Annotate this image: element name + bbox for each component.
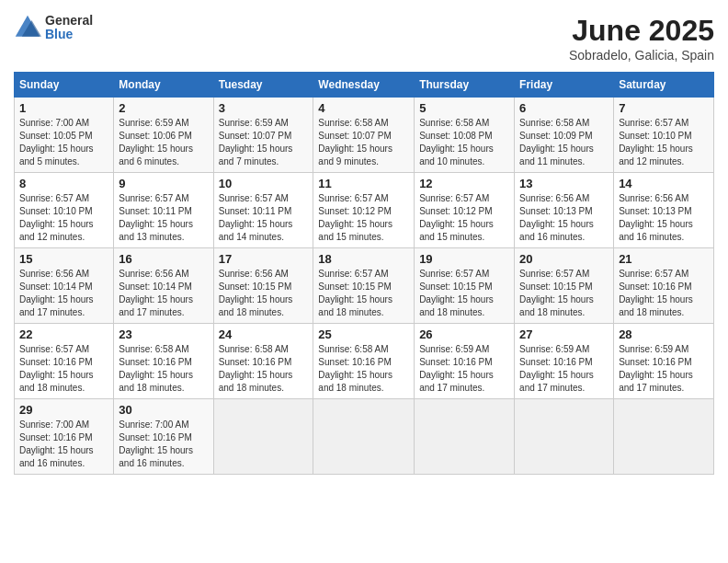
calendar-cell: 6Sunrise: 6:58 AMSunset: 10:09 PMDayligh… [515, 98, 614, 173]
calendar-table: SundayMondayTuesdayWednesdayThursdayFrid… [14, 72, 714, 475]
calendar-cell: 21Sunrise: 6:57 AMSunset: 10:16 PMDaylig… [614, 248, 714, 324]
day-info: Sunrise: 6:56 AMSunset: 10:15 PMDaylight… [219, 268, 309, 319]
calendar-cell: 1Sunrise: 7:00 AMSunset: 10:05 PMDayligh… [15, 98, 114, 173]
calendar-cell: 19Sunrise: 6:57 AMSunset: 10:15 PMDaylig… [415, 248, 515, 324]
day-info: Sunrise: 6:57 AMSunset: 10:11 PMDaylight… [219, 192, 309, 244]
day-info: Sunrise: 6:59 AMSunset: 10:16 PMDaylight… [519, 343, 609, 395]
calendar-cell: 27Sunrise: 6:59 AMSunset: 10:16 PMDaylig… [515, 324, 614, 399]
calendar-cell: 14Sunrise: 6:56 AMSunset: 10:13 PMDaylig… [614, 173, 714, 248]
day-info: Sunrise: 6:58 AMSunset: 10:07 PMDaylight… [318, 117, 409, 168]
calendar-cell: 28Sunrise: 6:59 AMSunset: 10:16 PMDaylig… [614, 324, 714, 399]
day-number: 4 [318, 101, 409, 115]
day-number: 1 [19, 101, 108, 115]
day-info: Sunrise: 6:57 AMSunset: 10:15 PMDaylight… [318, 268, 409, 319]
calendar-cell: 17Sunrise: 6:56 AMSunset: 10:15 PMDaylig… [213, 248, 313, 324]
day-info: Sunrise: 6:57 AMSunset: 10:16 PMDaylight… [619, 268, 709, 319]
location: Sobradelo, Galicia, Spain [569, 48, 714, 63]
day-info: Sunrise: 6:57 AMSunset: 10:10 PMDaylight… [19, 192, 108, 244]
calendar-cell: 8Sunrise: 6:57 AMSunset: 10:10 PMDayligh… [15, 173, 114, 248]
column-header-thursday: Thursday [415, 73, 515, 98]
column-header-saturday: Saturday [614, 73, 714, 98]
calendar-cell: 11Sunrise: 6:57 AMSunset: 10:12 PMDaylig… [313, 173, 415, 248]
day-number: 15 [19, 252, 108, 266]
day-number: 17 [219, 252, 309, 266]
calendar-week-5: 29Sunrise: 7:00 AMSunset: 10:16 PMDaylig… [15, 399, 714, 475]
calendar-cell: 7Sunrise: 6:57 AMSunset: 10:10 PMDayligh… [614, 98, 714, 173]
day-info: Sunrise: 6:57 AMSunset: 10:10 PMDaylight… [619, 117, 709, 168]
calendar-cell: 22Sunrise: 6:57 AMSunset: 10:16 PMDaylig… [15, 324, 114, 399]
column-header-tuesday: Tuesday [213, 73, 313, 98]
calendar-cell [213, 399, 313, 475]
day-number: 24 [219, 327, 309, 341]
day-number: 12 [419, 177, 509, 190]
day-info: Sunrise: 6:58 AMSunset: 10:16 PMDaylight… [318, 343, 409, 395]
day-number: 18 [318, 252, 409, 266]
calendar-header: SundayMondayTuesdayWednesdayThursdayFrid… [15, 73, 714, 98]
calendar-cell: 23Sunrise: 6:58 AMSunset: 10:16 PMDaylig… [114, 324, 213, 399]
calendar-week-1: 1Sunrise: 7:00 AMSunset: 10:05 PMDayligh… [15, 98, 714, 173]
calendar-cell [614, 399, 714, 475]
day-number: 29 [19, 403, 108, 417]
column-header-sunday: Sunday [15, 73, 114, 98]
column-header-friday: Friday [515, 73, 614, 98]
day-number: 22 [19, 327, 108, 341]
calendar-cell: 4Sunrise: 6:58 AMSunset: 10:07 PMDayligh… [313, 98, 415, 173]
column-header-wednesday: Wednesday [313, 73, 415, 98]
logo-text: General Blue [45, 14, 93, 42]
day-info: Sunrise: 6:57 AMSunset: 10:16 PMDaylight… [19, 343, 108, 395]
day-number: 26 [419, 327, 509, 341]
logo-general: General [45, 14, 93, 28]
calendar-cell: 9Sunrise: 6:57 AMSunset: 10:11 PMDayligh… [114, 173, 213, 248]
calendar-cell: 12Sunrise: 6:57 AMSunset: 10:12 PMDaylig… [415, 173, 515, 248]
calendar-cell: 26Sunrise: 6:59 AMSunset: 10:16 PMDaylig… [415, 324, 515, 399]
day-number: 28 [619, 327, 709, 341]
calendar-cell [515, 399, 614, 475]
day-number: 25 [318, 327, 409, 341]
calendar-cell: 10Sunrise: 6:57 AMSunset: 10:11 PMDaylig… [213, 173, 313, 248]
calendar-week-4: 22Sunrise: 6:57 AMSunset: 10:16 PMDaylig… [15, 324, 714, 399]
day-number: 9 [119, 177, 208, 190]
day-number: 2 [119, 101, 208, 115]
day-number: 6 [519, 101, 609, 115]
calendar-cell: 20Sunrise: 6:57 AMSunset: 10:15 PMDaylig… [515, 248, 614, 324]
day-info: Sunrise: 6:56 AMSunset: 10:13 PMDaylight… [619, 192, 709, 244]
day-info: Sunrise: 6:58 AMSunset: 10:09 PMDaylight… [519, 117, 609, 168]
calendar-cell [415, 399, 515, 475]
calendar-cell: 5Sunrise: 6:58 AMSunset: 10:08 PMDayligh… [415, 98, 515, 173]
day-number: 7 [619, 101, 709, 115]
calendar-cell: 18Sunrise: 6:57 AMSunset: 10:15 PMDaylig… [313, 248, 415, 324]
day-number: 16 [119, 252, 208, 266]
calendar-cell: 25Sunrise: 6:58 AMSunset: 10:16 PMDaylig… [313, 324, 415, 399]
day-info: Sunrise: 6:59 AMSunset: 10:16 PMDaylight… [619, 343, 709, 395]
day-info: Sunrise: 6:59 AMSunset: 10:16 PMDaylight… [419, 343, 509, 395]
day-info: Sunrise: 7:00 AMSunset: 10:16 PMDaylight… [119, 419, 208, 470]
calendar-week-2: 8Sunrise: 6:57 AMSunset: 10:10 PMDayligh… [15, 173, 714, 248]
day-info: Sunrise: 6:59 AMSunset: 10:06 PMDaylight… [119, 117, 208, 168]
column-header-monday: Monday [114, 73, 213, 98]
day-info: Sunrise: 6:57 AMSunset: 10:12 PMDaylight… [318, 192, 409, 244]
day-number: 19 [419, 252, 509, 266]
page-header: General Blue June 2025 Sobradelo, Galici… [14, 14, 714, 63]
day-info: Sunrise: 7:00 AMSunset: 10:16 PMDaylight… [19, 419, 108, 470]
calendar-cell: 16Sunrise: 6:56 AMSunset: 10:14 PMDaylig… [114, 248, 213, 324]
day-number: 20 [519, 252, 609, 266]
day-number: 3 [219, 101, 309, 115]
calendar-cell: 24Sunrise: 6:58 AMSunset: 10:16 PMDaylig… [213, 324, 313, 399]
calendar-cell: 29Sunrise: 7:00 AMSunset: 10:16 PMDaylig… [15, 399, 114, 475]
day-number: 8 [19, 177, 108, 190]
day-info: Sunrise: 6:56 AMSunset: 10:14 PMDaylight… [119, 268, 208, 319]
day-number: 27 [519, 327, 609, 341]
calendar-week-3: 15Sunrise: 6:56 AMSunset: 10:14 PMDaylig… [15, 248, 714, 324]
day-number: 14 [619, 177, 709, 190]
logo: General Blue [14, 14, 93, 42]
day-number: 10 [219, 177, 309, 190]
day-info: Sunrise: 6:58 AMSunset: 10:16 PMDaylight… [219, 343, 309, 395]
calendar-cell: 15Sunrise: 6:56 AMSunset: 10:14 PMDaylig… [15, 248, 114, 324]
day-number: 13 [519, 177, 609, 190]
calendar-cell: 3Sunrise: 6:59 AMSunset: 10:07 PMDayligh… [213, 98, 313, 173]
title-block: June 2025 Sobradelo, Galicia, Spain [569, 14, 714, 63]
calendar-cell [313, 399, 415, 475]
day-number: 5 [419, 101, 509, 115]
day-info: Sunrise: 6:58 AMSunset: 10:08 PMDaylight… [419, 117, 509, 168]
day-info: Sunrise: 6:57 AMSunset: 10:12 PMDaylight… [419, 192, 509, 244]
